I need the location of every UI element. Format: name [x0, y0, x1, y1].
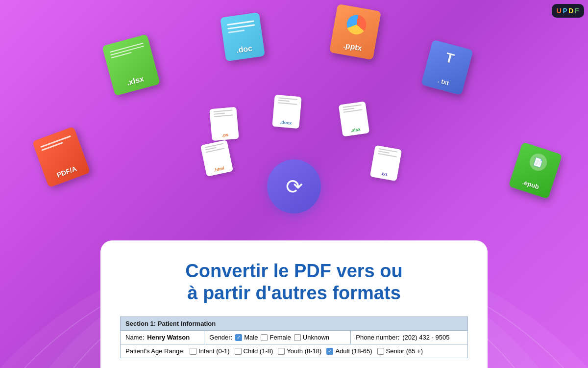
male-label: Male — [244, 334, 258, 341]
male-checkbox[interactable]: ✓ — [235, 334, 242, 341]
senior-checkbox[interactable] — [377, 348, 384, 355]
name-value: Henry Watson — [147, 334, 190, 341]
html-file-icon: .html — [200, 140, 233, 177]
docx-small-icon: .docx — [272, 95, 301, 129]
age-label: Patient's Age Range: — [125, 347, 185, 355]
unknown-checkbox[interactable] — [294, 334, 301, 341]
txt-file-icon: T . txt — [421, 40, 473, 96]
convert-button[interactable]: ⟳ — [267, 159, 321, 213]
xlsx-file-icon: .xlsx — [102, 34, 160, 96]
phone-value: (202) 432 - 9505 — [402, 334, 449, 341]
adult-label: Adult (18-65) — [335, 347, 372, 355]
patient-form: Section 1: Patient Information Name: Hen… — [120, 316, 468, 358]
infant-checkbox[interactable] — [190, 348, 196, 355]
txt-small-icon: .txt — [370, 145, 402, 182]
logo-p: P — [563, 7, 567, 15]
logo-f: F — [575, 7, 579, 15]
epub-file-icon: 📄 .epub — [508, 142, 562, 199]
youth-label: Youth (8-18) — [287, 347, 321, 355]
logo-d: D — [568, 7, 574, 15]
gender-label: Gender: — [209, 334, 232, 341]
logo-u: U — [557, 7, 562, 15]
child-checkbox[interactable] — [235, 348, 242, 355]
youth-checkbox[interactable] — [278, 348, 285, 355]
updf-logo: U P D F — [552, 4, 584, 18]
infant-label: Infant (0-1) — [198, 347, 230, 355]
section-header: Section 1: Patient Information — [121, 317, 468, 331]
adult-checkbox[interactable]: ✓ — [326, 348, 333, 355]
pptx-file-icon: .pptx — [329, 4, 381, 60]
unknown-label: Unknown — [303, 334, 329, 341]
senior-label: Senior (65 +) — [386, 347, 423, 355]
page-title: Convertir le PDF vers ouà partir d'autre… — [120, 260, 468, 305]
convert-icon: ⟳ — [286, 175, 303, 199]
name-label: Name: — [125, 334, 144, 341]
doc-file-icon: .doc — [220, 12, 265, 61]
info-card: Convertir le PDF vers ouà partir d'autre… — [100, 240, 488, 368]
female-checkbox[interactable] — [261, 334, 268, 341]
child-label: Child (1-8) — [244, 347, 273, 355]
xlsx-small-icon: .xlsx — [339, 101, 370, 136]
pdfa-file-icon: PDF/A — [32, 127, 91, 188]
female-label: Female — [270, 334, 291, 341]
phone-label: Phone number: — [356, 334, 399, 341]
ps-file-icon: .ps — [209, 107, 239, 141]
